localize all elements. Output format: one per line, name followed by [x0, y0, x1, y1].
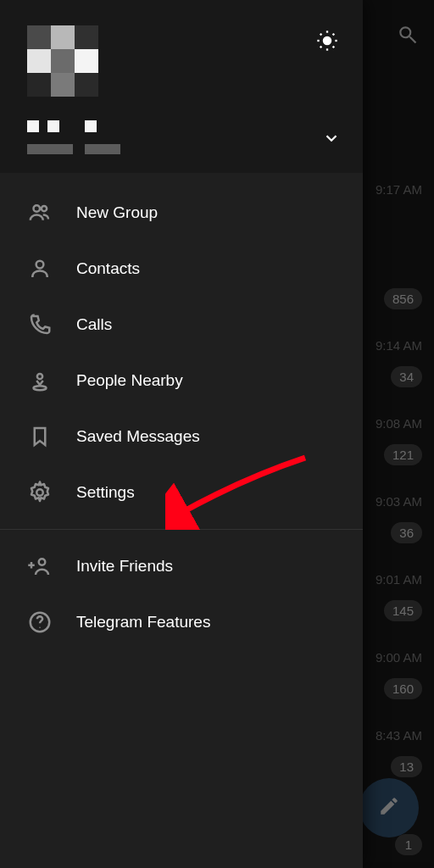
- svg-point-13: [34, 386, 47, 390]
- menu-item-people-nearby[interactable]: People Nearby: [0, 353, 363, 409]
- chat-time: 9:14 AM: [376, 338, 422, 353]
- chat-time: 9:17 AM: [376, 182, 422, 197]
- compose-fab[interactable]: [359, 778, 419, 837]
- unread-badge: 160: [384, 678, 422, 699]
- unread-badge: 145: [384, 600, 422, 621]
- svg-point-19: [39, 627, 41, 629]
- svg-line-3: [320, 34, 322, 36]
- svg-point-0: [323, 36, 331, 44]
- menu-item-contacts[interactable]: Contacts: [0, 241, 363, 297]
- menu-label: People Nearby: [76, 371, 183, 390]
- unread-badge: 13: [391, 756, 422, 777]
- svg-point-10: [42, 206, 47, 211]
- menu-item-saved-messages[interactable]: Saved Messages: [0, 409, 363, 465]
- svg-point-12: [37, 374, 42, 379]
- nearby-icon: [27, 368, 53, 393]
- menu-item-telegram-features[interactable]: Telegram Features: [0, 594, 363, 650]
- menu-label: Contacts: [76, 259, 140, 278]
- app-root: 9:17 AM 856 9:14 AM34 9:08 AM121 9:03 AM…: [0, 0, 434, 868]
- drawer-menu: New Group Contacts Calls People Nearby S…: [0, 173, 363, 650]
- menu-item-new-group[interactable]: New Group: [0, 185, 363, 241]
- help-icon: [27, 609, 53, 635]
- drawer-header: [0, 0, 363, 173]
- menu-item-invite-friends[interactable]: Invite Friends: [0, 538, 363, 594]
- menu-label: New Group: [76, 203, 158, 222]
- invite-icon: [27, 554, 53, 579]
- profile-name: [27, 120, 344, 132]
- person-icon: [27, 256, 53, 281]
- search-icon[interactable]: [397, 24, 419, 49]
- theme-toggle-button[interactable]: [310, 25, 344, 59]
- chat-time: 9:08 AM: [376, 416, 422, 431]
- pencil-icon: [378, 795, 400, 821]
- profile-phone: [27, 144, 344, 154]
- svg-point-9: [34, 205, 41, 212]
- group-icon: [27, 200, 53, 225]
- sun-icon: [315, 29, 339, 56]
- menu-item-settings[interactable]: Settings: [0, 465, 363, 520]
- unread-badge: 1: [395, 834, 422, 855]
- unread-badge: 36: [391, 522, 422, 543]
- svg-line-7: [320, 47, 322, 48]
- svg-line-4: [333, 47, 335, 48]
- svg-point-15: [39, 559, 46, 565]
- chat-time: 9:03 AM: [376, 494, 422, 509]
- chat-time: 8:43 AM: [376, 728, 422, 743]
- svg-line-8: [333, 34, 335, 36]
- menu-item-calls[interactable]: Calls: [0, 297, 363, 353]
- chat-time: 9:00 AM: [376, 650, 422, 665]
- menu-label: Settings: [76, 483, 135, 502]
- gear-icon: [27, 480, 53, 505]
- chat-time: 9:01 AM: [376, 572, 422, 587]
- menu-label: Telegram Features: [76, 613, 210, 632]
- unread-badge: 856: [384, 288, 422, 309]
- menu-label: Invite Friends: [76, 557, 173, 576]
- nav-drawer: New Group Contacts Calls People Nearby S…: [0, 0, 363, 868]
- menu-label: Calls: [76, 315, 112, 334]
- svg-point-11: [36, 261, 44, 269]
- menu-label: Saved Messages: [76, 427, 200, 446]
- phone-icon: [27, 312, 53, 337]
- account-switcher[interactable]: [319, 127, 344, 153]
- svg-point-14: [36, 489, 43, 496]
- chevron-down-icon: [322, 129, 341, 151]
- menu-divider: [0, 529, 363, 530]
- unread-badge: 121: [384, 444, 422, 465]
- unread-badge: 34: [391, 366, 422, 387]
- bookmark-icon: [27, 424, 53, 449]
- avatar[interactable]: [27, 25, 98, 97]
